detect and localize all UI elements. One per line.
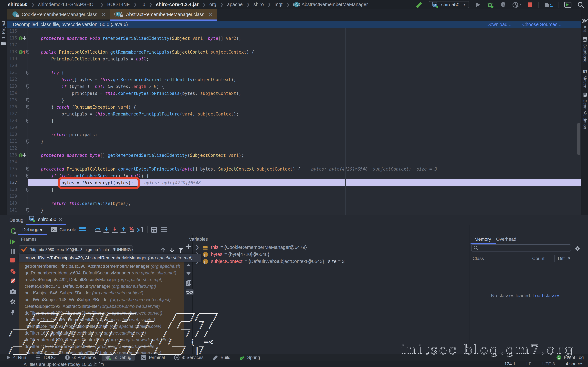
close-icon[interactable]: ✕ <box>102 12 106 17</box>
code-editor[interactable]: 115116 protected abstract void rememberS… <box>7 28 581 215</box>
tool-window-button-terminal[interactable]: Terminal <box>137 354 168 361</box>
pause-icon[interactable] <box>9 248 16 255</box>
gear-icon[interactable] <box>574 245 581 252</box>
run-to-cursor-icon[interactable] <box>137 226 144 233</box>
folder-icon[interactable] <box>544 1 553 8</box>
run-config-selector[interactable]: shiro550▼ <box>429 1 469 8</box>
frame-row[interactable]: doFilter:125, OncePerRequestFilter (org.… <box>19 317 184 324</box>
profiler-icon[interactable] <box>512 1 521 8</box>
settings-gear-icon[interactable] <box>9 299 16 305</box>
search-icon[interactable] <box>577 1 584 8</box>
frames-list[interactable]: getRememberedPrincipals:396, AbstractRem… <box>19 256 184 354</box>
stripe-button-bean-validation[interactable]: Bean Validation <box>581 92 588 129</box>
run-icon[interactable] <box>475 1 481 8</box>
code-line-127[interactable]: 127 principals = this.onRememberedPrinci… <box>7 111 581 117</box>
stop-icon[interactable] <box>527 2 533 8</box>
up-tri-icon[interactable] <box>186 263 191 267</box>
thread-dump-icon[interactable] <box>9 288 17 295</box>
code-line-135[interactable]: 135 protected PrincipalCollection conver… <box>7 166 581 173</box>
close-icon[interactable]: ✕ <box>208 12 213 17</box>
frame-row[interactable]: doFilterInternal:359, AbstractShiroFilte… <box>19 311 184 317</box>
thread-selector[interactable]: "http-nio-8080-exec-10"@6...3 in group "… <box>19 245 133 254</box>
tab-console[interactable]: Console <box>51 225 76 234</box>
tool-window-button-todo[interactable]: TODO <box>32 354 59 361</box>
choose-sources-link[interactable]: Choose Sources... <box>522 22 562 27</box>
tab-overhead[interactable]: Overhead <box>496 237 516 242</box>
stripe-button----project[interactable]: 1: Project <box>0 21 7 46</box>
debug-icon[interactable] <box>487 1 494 8</box>
down-tri-icon[interactable] <box>186 272 191 275</box>
code-line-122[interactable]: 122 byte[] bytes = this.getRememberedSer… <box>7 76 581 83</box>
frame-row[interactable]: doFilter:166, ApplicationFilterChain (or… <box>19 331 184 337</box>
tool-window-button-build[interactable]: Build <box>209 354 234 361</box>
frame-row[interactable]: buildWebSubject:148, WebSubject$Builder … <box>19 297 184 304</box>
funnel-icon[interactable] <box>178 247 184 253</box>
stripe-button-ant[interactable]: Ant <box>581 18 588 32</box>
code-line-130[interactable]: 130 return principals; <box>7 131 581 138</box>
pin-icon[interactable] <box>9 309 16 316</box>
resume-icon[interactable] <box>9 238 16 245</box>
rerun-icon[interactable] <box>9 227 17 235</box>
tool-window-button-problems[interactable]: 6: Problems <box>61 354 99 361</box>
breadcrumb-item[interactable]: apache <box>227 2 243 7</box>
code-line-124[interactable]: 124 principals = this.convertBytesToPrin… <box>7 90 581 97</box>
chevron-right-icon[interactable]: ❯ <box>196 245 199 250</box>
code-line-115[interactable]: 115 <box>7 28 581 35</box>
variable-row-subjectContext[interactable]: ❯psubjectContext= {DefaultWebSubjectCont… <box>193 258 469 265</box>
code-line-120[interactable]: 120 <box>7 62 581 69</box>
step-into-icon[interactable] <box>103 226 110 233</box>
frame-row[interactable]: createSubject:292, AbstractShiroFilter (… <box>19 304 184 311</box>
code-line-132[interactable]: 132 <box>7 145 581 152</box>
copy-stack-icon[interactable] <box>186 280 192 286</box>
caret-position[interactable]: 124:1 <box>504 361 516 367</box>
code-line-119[interactable]: 119 PrincipalCollection principals = nul… <box>7 56 581 62</box>
variable-row-this[interactable]: ❯this= {CookieRememberMeManager@6479} <box>193 244 469 251</box>
column-separator[interactable] <box>529 255 529 262</box>
frame-row[interactable]: internalDoFilter:193, ApplicationFilterC… <box>19 324 184 331</box>
memory-column-diff[interactable]: Diff <box>558 256 565 261</box>
code-line-141[interactable]: 141 } <box>7 207 581 214</box>
frame-row[interactable]: buildSubject:846, Subject$Builder (org.a… <box>19 291 184 297</box>
breadcrumb-item[interactable]: lib <box>140 2 145 7</box>
memory-column-count[interactable]: Count <box>532 256 545 261</box>
stripe-button-database[interactable]: Database <box>581 36 588 62</box>
stop-icon[interactable] <box>9 257 15 263</box>
step-out-icon[interactable] <box>120 226 127 233</box>
up-arrow-icon[interactable] <box>160 247 166 253</box>
tool-window-button-spring[interactable]: Spring <box>236 354 263 361</box>
code-line-125[interactable]: 125 } <box>7 97 581 104</box>
glasses-icon[interactable] <box>186 289 194 295</box>
breadcrumb-item[interactable]: org <box>209 2 216 7</box>
line-separator-indicator[interactable]: LF <box>526 361 532 367</box>
selected-frame-row[interactable]: convertBytesToPrincipals:429, AbstractRe… <box>19 254 201 262</box>
breadcrumb-item[interactable]: shiro550 <box>8 2 27 7</box>
code-line-140[interactable]: 140 return this.deserialize(bytes); <box>7 200 581 207</box>
code-line-133[interactable]: 133 protected abstract byte[] getRemembe… <box>7 152 581 159</box>
debug-session-tab[interactable]: shiro550 ✕ <box>26 215 66 224</box>
load-classes-link[interactable]: Load classes <box>533 293 560 298</box>
variable-row-bytes[interactable]: ❯pbytes= {byte[4720]@6548} <box>193 251 469 258</box>
editor-scrollbar[interactable] <box>577 123 580 155</box>
code-line-116[interactable]: 116 protected abstract void rememberSeri… <box>7 35 581 42</box>
breadcrumb-item[interactable]: shirodemo-1.0-SNAPSHOT <box>38 2 96 7</box>
frame-row[interactable]: doFilter:119, OncePerRequestFilter (org.… <box>19 344 184 351</box>
tab-memory[interactable]: Memory <box>475 237 491 242</box>
encoding-indicator[interactable]: UTF-8 <box>542 361 555 367</box>
evaluate-icon[interactable] <box>151 226 157 233</box>
frame-row[interactable]: getRememberedPrincipals:396, AbstractRem… <box>19 264 184 270</box>
tab-debugger[interactable]: Debugger <box>22 225 43 234</box>
frame-row[interactable]: getRememberedIdentity:604, DefaultSecuri… <box>19 270 184 277</box>
code-line-129[interactable]: 129 <box>7 124 581 131</box>
drop-frame-icon[interactable] <box>128 226 136 233</box>
event-log-button[interactable]: 1 Event Log <box>556 355 584 360</box>
view-options-icon[interactable] <box>160 226 168 233</box>
column-separator[interactable] <box>554 255 555 262</box>
code-line-117[interactable]: 117 <box>7 42 581 49</box>
breadcrumb-item[interactable]: CAbstractRememberMeManager <box>293 1 368 8</box>
plus-icon[interactable] <box>186 244 191 249</box>
code-line-121[interactable]: 121 try { <box>7 69 581 76</box>
step-over-icon[interactable] <box>94 226 101 233</box>
breadcrumb-item[interactable]: shiro <box>253 2 264 7</box>
breadcrumb-item[interactable]: BOOT-INF <box>107 2 130 7</box>
layout-icon[interactable] <box>79 226 86 232</box>
